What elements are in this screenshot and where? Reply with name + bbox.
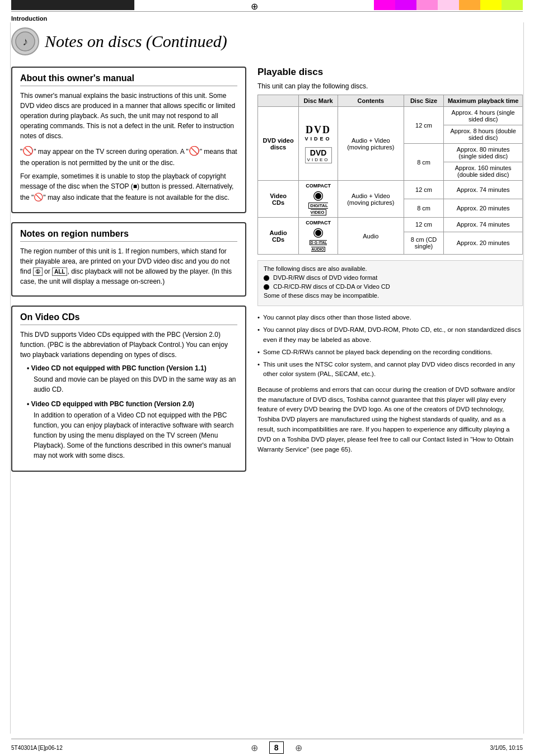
right-column: Playable discs This unit can play the fo… xyxy=(257,67,523,481)
dvd-time-1: Approx. 4 hours (single sided disc) xyxy=(444,107,523,125)
dvd-logo-large: DVD xyxy=(302,124,334,136)
acd-mark: COMPACT ◉ D G ITAL AUDIO xyxy=(299,218,338,255)
acd-time-2: Approx. 20 minutes xyxy=(444,232,523,254)
dvd-logo-small: DVD xyxy=(307,148,330,157)
available-item-1: DVD-R/RW discs of DVD video format xyxy=(264,274,517,281)
color-block-7 xyxy=(502,0,523,10)
playable-subtitle: This unit can play the following discs. xyxy=(257,82,523,90)
disc-table: Disc Mark Contents Disc Size Maximum pla… xyxy=(257,95,523,255)
dvd-time-4: Approx. 160 minutes (double sided disc) xyxy=(444,162,523,181)
color-block-2 xyxy=(395,0,416,10)
top-bar-black xyxy=(11,0,134,10)
bottom-note-3: Some CD-R/RWs cannot be played back depe… xyxy=(257,348,523,357)
bullet-item-1: • Video CD not equipped with PBC functio… xyxy=(27,363,237,395)
vcd-mark: COMPACT ◉ DIGITAL VIDEO xyxy=(299,181,338,218)
region-section: Notes on region numbers The region numbe… xyxy=(11,222,246,297)
dvd-time-3: Approx. 80 minutes (single sided disc) xyxy=(444,144,523,162)
about-body1: This owner's manual explains the basic i… xyxy=(20,91,237,141)
bottom-note-2: You cannot play discs of DVD-RAM, DVD-RO… xyxy=(257,325,523,345)
dvd-video-text-small: VIDEO xyxy=(307,157,330,162)
bullet-body-2: In addition to operation of a Video CD n… xyxy=(34,410,237,461)
vcd-size-8cm: 8 cm xyxy=(404,199,444,218)
svg-text:♪: ♪ xyxy=(22,35,28,48)
page-number: 8 xyxy=(269,741,284,754)
color-block-1 xyxy=(374,0,395,10)
available-item-2: CD-R/CD-RW discs of CD-DA or Video CD xyxy=(264,283,517,290)
content-area: About this owner's manual This owner's m… xyxy=(11,67,523,481)
acd-size-12cm: 12 cm xyxy=(404,218,444,232)
page-title: Notes on discs (Continued) xyxy=(45,32,227,51)
video-cd-heading: On Video CDs xyxy=(20,312,237,325)
col-header-size: Disc Size xyxy=(404,95,444,107)
dvd-label: DVD video discs xyxy=(258,107,299,181)
col-header-type xyxy=(258,95,299,107)
acd-label: AudioCDs xyxy=(258,218,299,255)
available-intro: The following discs are also available. xyxy=(264,265,517,272)
reg-cross-bottom: ⊕ xyxy=(251,743,258,753)
bullet-title-2: • Video CD equipped with PBC function (V… xyxy=(27,400,194,408)
long-paragraph: Because of problems and errors that can … xyxy=(257,385,523,455)
section-label: Introduction xyxy=(11,15,523,22)
bottom-notes: You cannot play discs other than those l… xyxy=(257,313,523,379)
vcd-size-12cm: 12 cm xyxy=(404,181,444,199)
bottom-content: 5T40301A [E]p06-12 ⊕ 8 ⊕ 3/1/05, 10:15 xyxy=(0,739,534,756)
vcd-time-1: Approx. 74 minutes xyxy=(444,181,523,199)
color-block-3 xyxy=(416,0,438,10)
region-heading: Notes on region numbers xyxy=(20,229,237,242)
bullet-title-1: • Video CD not equipped with PBC functio… xyxy=(27,364,207,372)
dvd-time-2: Approx. 8 hours (double sided disc) xyxy=(444,125,523,144)
top-bar-center: ⊕ xyxy=(134,0,374,10)
vcd-time-2: Approx. 20 minutes xyxy=(444,199,523,218)
dvd-contents: Audio + Video (moving pictures) xyxy=(338,107,404,181)
bottom-note-1: You cannot play discs other than those l… xyxy=(257,313,523,322)
vcd-row-1: VideoCDs COMPACT ◉ DIGITAL VIDEO Audio +… xyxy=(258,181,523,199)
region-body: The region number of this unit is 1. If … xyxy=(20,246,237,287)
about-heading: About this owner's manual xyxy=(20,73,237,86)
footer-left: 5T40301A [E]p06-12 xyxy=(11,745,63,751)
acd-size-8cm: 8 cm (CD single) xyxy=(404,232,444,254)
playable-heading: Playable discs xyxy=(257,67,523,78)
left-margin-line xyxy=(10,22,11,734)
top-bar-colors xyxy=(374,0,523,10)
playable-section: Playable discs This unit can play the fo… xyxy=(257,67,523,454)
footer-right: 3/1/05, 10:15 xyxy=(490,745,523,751)
left-column: About this owner's manual This owner's m… xyxy=(11,67,246,481)
dvd-mark: DVD VIDEO DVD VIDEO xyxy=(299,107,338,181)
dvd-video-text-large: VIDEO xyxy=(302,136,334,142)
about-body2: "🚫" may appear on the TV screen during o… xyxy=(20,144,237,168)
col-header-mark: Disc Mark xyxy=(299,95,338,107)
bullet-body-1: Sound and movie can be played on this DV… xyxy=(34,374,237,395)
right-margin-line xyxy=(523,22,524,734)
color-block-4 xyxy=(438,0,459,10)
about-section: About this owner's manual This owner's m… xyxy=(11,67,246,213)
bullet-circle-1 xyxy=(264,275,269,281)
title-section: ♪ Notes on discs (Continued) xyxy=(11,27,523,55)
col-header-contents: Contents xyxy=(338,95,404,107)
available-discs-box: The following discs are also available. … xyxy=(257,260,523,306)
registration-mark-top: ⊕ xyxy=(251,1,258,12)
dvd-row-1: DVD video discs DVD VIDEO DVD VIDEO Au xyxy=(258,107,523,125)
bullet-circle-2 xyxy=(264,284,269,290)
dvd-size-12cm: 12 cm xyxy=(404,107,444,144)
color-block-5 xyxy=(459,0,480,10)
vcd-contents: Audio + Video (moving pictures) xyxy=(338,181,404,218)
header-line xyxy=(11,11,523,12)
bottom-bar: 5T40301A [E]p06-12 ⊕ 8 ⊕ 3/1/05, 10:15 xyxy=(0,739,534,756)
reg-cross-bottom2: ⊕ xyxy=(295,743,302,753)
dvd-size-8cm: 8 cm xyxy=(404,144,444,181)
available-note: Some of these discs may be incompatible. xyxy=(264,292,517,299)
bottom-note-4: This unit uses the NTSC color system, an… xyxy=(257,360,523,379)
color-block-6 xyxy=(480,0,502,10)
col-header-time: Maximum playback time xyxy=(444,95,523,107)
video-cd-section: On Video CDs This DVD supports Video CDs… xyxy=(11,306,246,472)
acd-row-1: AudioCDs COMPACT ◉ D G ITAL AUDIO Audio … xyxy=(258,218,523,232)
bullet-item-2: • Video CD equipped with PBC function (V… xyxy=(27,399,237,461)
acd-time-1: Approx. 74 minutes xyxy=(444,218,523,232)
about-body3: For example, sometimes it is unable to s… xyxy=(20,171,237,203)
acd-contents: Audio xyxy=(338,218,404,255)
top-bar: ⊕ xyxy=(0,0,534,10)
video-cd-intro: This DVD supports Video CDs equipped wit… xyxy=(20,330,237,360)
title-icon: ♪ xyxy=(11,27,39,55)
vcd-label: VideoCDs xyxy=(258,181,299,218)
